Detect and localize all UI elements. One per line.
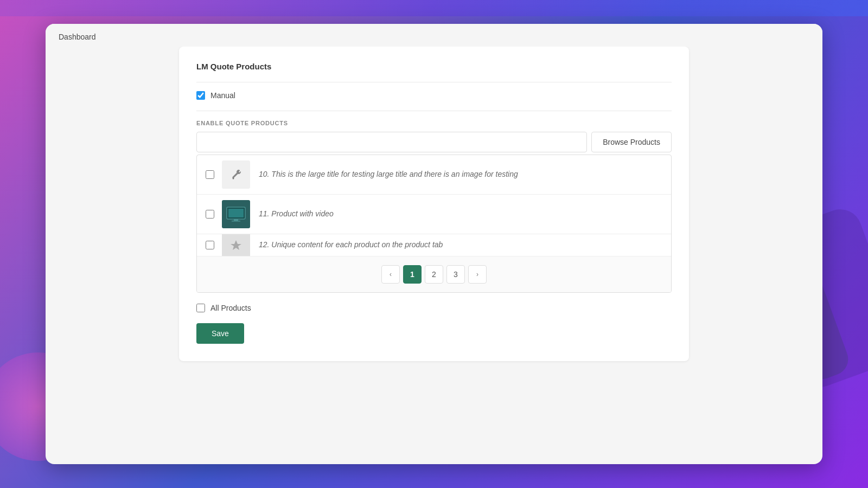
pagination-next-button[interactable]: › xyxy=(468,265,487,284)
search-row: Browse Products xyxy=(196,132,672,152)
divider-top xyxy=(196,82,672,82)
all-products-label: All Products xyxy=(210,304,251,312)
product-checkbox-10[interactable] xyxy=(206,170,214,179)
pagination-page-1-button[interactable]: 1 xyxy=(403,265,422,284)
product-thumbnail-12 xyxy=(222,234,250,256)
section-label: ENABLE QUOTE PRODUCTS xyxy=(196,120,672,126)
all-products-row: All Products xyxy=(196,304,672,312)
product-thumbnail-11 xyxy=(222,200,250,228)
manual-label: Manual xyxy=(210,91,235,100)
products-scroll[interactable]: 10. This is the large title for testing … xyxy=(197,155,671,256)
content-area: LM Quote Products Manual ENABLE QUOTE PR… xyxy=(46,47,822,460)
main-window: Dashboard LM Quote Products Manual ENABL… xyxy=(46,24,822,464)
card-title: LM Quote Products xyxy=(196,62,672,71)
product-title-11: 11. Product with video xyxy=(259,209,334,220)
list-item: 10. This is the large title for testing … xyxy=(197,155,671,195)
manual-checkbox[interactable] xyxy=(196,91,205,100)
product-title-12: 12. Unique content for each product on t… xyxy=(259,240,443,251)
svg-rect-4 xyxy=(234,219,238,221)
save-button[interactable]: Save xyxy=(196,323,244,344)
all-products-checkbox[interactable] xyxy=(196,304,205,312)
window-title: Dashboard xyxy=(59,33,96,41)
lm-quote-card: LM Quote Products Manual ENABLE QUOTE PR… xyxy=(179,47,689,361)
dashboard-header: Dashboard xyxy=(46,24,822,47)
svg-point-1 xyxy=(233,178,234,179)
product-checkbox-12[interactable] xyxy=(206,241,214,249)
products-container: 10. This is the large title for testing … xyxy=(196,155,672,293)
pagination-bar: ‹ 1 2 3 › xyxy=(197,256,671,292)
product-checkbox-11[interactable] xyxy=(206,210,214,219)
product-title-10: 10. This is the large title for testing … xyxy=(259,169,518,180)
pagination-page-3-button[interactable]: 3 xyxy=(446,265,465,284)
svg-rect-3 xyxy=(228,209,244,217)
pagination-page-2-button[interactable]: 2 xyxy=(425,265,443,284)
product-thumbnail-10 xyxy=(222,160,250,189)
list-item: 12. Unique content for each product on t… xyxy=(197,234,671,256)
browse-products-button[interactable]: Browse Products xyxy=(591,132,672,152)
pagination-prev-button[interactable]: ‹ xyxy=(381,265,400,284)
manual-checkbox-row: Manual xyxy=(196,91,672,100)
list-item: 11. Product with video xyxy=(197,195,671,234)
svg-rect-5 xyxy=(232,221,240,222)
search-input[interactable] xyxy=(196,132,587,152)
divider-middle xyxy=(196,111,672,111)
